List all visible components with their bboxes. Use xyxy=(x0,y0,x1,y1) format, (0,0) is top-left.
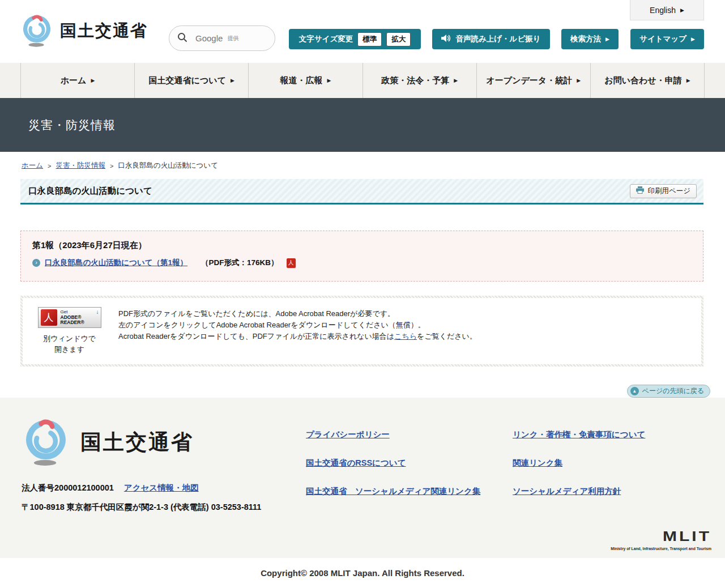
section-title: 災害・防災情報 xyxy=(28,117,116,133)
mlit-logo-icon xyxy=(20,416,71,469)
nav-item-label: お問い合わせ・申請 xyxy=(604,75,681,86)
get-adobe-reader-button[interactable]: 人 Get ADOBE® READER® ↓ xyxy=(38,307,101,328)
breadcrumb-section-link[interactable]: 災害・防災情報 xyxy=(56,161,106,171)
acrobat-notice-line1: PDF形式のファイルをご覧いただくためには、Adobe Acrobat Read… xyxy=(118,308,477,319)
badge-caption-line1: 別ウィンドウで xyxy=(34,334,105,344)
font-size-large-button[interactable]: 拡大 xyxy=(386,32,411,46)
badge-caption-line2: 開きます xyxy=(34,344,105,355)
global-nav: ホーム ▶ 国土交通省について ▶ 報道・広報 ▶ 政策・法令・予算 ▶ オープ… xyxy=(0,63,725,98)
section-banner: 災害・防災情報 xyxy=(0,98,725,152)
copyright-text: Copyright© 2008 MLIT Japan. All Rights R… xyxy=(261,568,464,578)
font-size-label: 文字サイズ変更 xyxy=(299,34,353,44)
page: 国土交通省 Google 提供 文字サイズ変更 標準 拡大 音声読み上げ・ルビ振… xyxy=(0,0,725,588)
search-provided-by-label: 提供 xyxy=(227,35,238,42)
search-icon xyxy=(177,32,187,45)
kochira-link[interactable]: こちら xyxy=(394,332,417,340)
header: 国土交通省 Google 提供 文字サイズ変更 標準 拡大 音声読み上げ・ルビ振… xyxy=(0,0,725,63)
arrow-right-icon: ▶ xyxy=(691,36,695,42)
adobe-brand-label: ADOBE® READER® xyxy=(61,315,99,326)
nav-item-home[interactable]: ホーム ▶ xyxy=(20,63,134,98)
arrow-right-icon: ▶ xyxy=(686,78,690,83)
footer-link-related[interactable]: 関連リンク集 xyxy=(513,458,702,468)
acrobat-notice-inner: 人 Get ADOBE® READER® ↓ 別ウィンドウで 開きます PDF形… xyxy=(23,298,701,364)
nav-item-opendata[interactable]: オープンデータ・統計 ▶ xyxy=(476,63,590,98)
page-title: 口永良部島の火山活動について xyxy=(28,185,152,197)
footer-address: 〒100-8918 東京都千代田区霞が関2-1-3 (代表電話) 03-5253… xyxy=(22,502,261,513)
arrow-right-icon: ▶ xyxy=(231,78,234,83)
acrobat-badge-column: 人 Get ADOBE® READER® ↓ 別ウィンドウで 開きます xyxy=(34,307,105,355)
footer-link-privacy[interactable]: プライバシーポリシー xyxy=(306,429,513,440)
nav-item-label: 国土交通省について xyxy=(149,75,226,86)
nav-item-label: オープンデータ・統計 xyxy=(486,75,572,86)
sitemap-button[interactable]: サイトマップ ▶ xyxy=(630,29,704,49)
font-size-button[interactable]: 文字サイズ変更 標準 拡大 xyxy=(289,29,421,49)
site-name: 国土交通省 xyxy=(60,20,148,42)
arrow-right-icon: ▶ xyxy=(605,36,609,42)
footer-link-rss[interactable]: 国土交通省のRSSについて xyxy=(306,458,513,468)
english-button[interactable]: English ▶ xyxy=(630,0,704,20)
page-title-bar: 口永良部島の火山活動について 印刷用ページ xyxy=(20,179,703,204)
chevron-bullet-icon: › xyxy=(32,259,40,267)
arrow-right-icon: ▶ xyxy=(327,78,331,83)
search-input[interactable]: Google 提供 xyxy=(169,25,275,51)
corporate-number: 法人番号2000012100001 xyxy=(22,483,114,493)
breadcrumb-current: 口永良部島の火山活動について xyxy=(118,161,218,171)
nav-item-about[interactable]: 国土交通省について ▶ xyxy=(134,63,248,98)
nav-item-contact[interactable]: お問い合わせ・申請 ▶ xyxy=(590,63,705,98)
breadcrumb-separator: > xyxy=(48,163,51,169)
footer-site-name: 国土交通省 xyxy=(80,428,194,457)
back-to-top-label: ページの先頭に戻る xyxy=(642,386,704,396)
report-pdf-link[interactable]: 口永良部島の火山活動について（第1報） xyxy=(45,258,187,268)
site-logo[interactable]: 国土交通省 xyxy=(19,12,148,50)
arrow-right-icon: ▶ xyxy=(577,78,581,83)
acrobat-notice-box: 人 Get ADOBE® READER® ↓ 別ウィンドウで 開きます PDF形… xyxy=(20,296,703,367)
adobe-badge-text: Get ADOBE® READER® xyxy=(61,310,99,325)
text-to-speech-button[interactable]: 音声読み上げ・ルビ振り xyxy=(432,29,550,49)
footer-link-social-links[interactable]: 国土交通省 ソーシャルメディア関連リンク集 xyxy=(306,486,513,497)
access-map-link[interactable]: アクセス情報・地図 xyxy=(124,483,199,493)
arrow-right-icon: ▶ xyxy=(91,78,95,83)
footer-logo[interactable]: 国土交通省 xyxy=(20,416,194,469)
print-page-label: 印刷用ページ xyxy=(647,186,690,196)
breadcrumb-separator: > xyxy=(110,163,113,169)
mlit-wordmark-subtitle: Ministry of Land, Infrastructure, Transp… xyxy=(611,547,711,551)
footer: 国土交通省 法人番号2000012100001 アクセス情報・地図 〒100-8… xyxy=(0,398,725,558)
report-box: 第1報（2023年6月27日現在） › 口永良部島の火山活動について（第1報） … xyxy=(20,231,703,282)
search-provider-label: Google xyxy=(195,33,223,43)
arrow-up-icon: ▲ xyxy=(630,387,639,395)
footer-link-social-policy[interactable]: ソーシャルメディア利用方針 xyxy=(513,486,702,497)
search-method-label: 検索方法 xyxy=(570,34,601,44)
report-link-row: › 口永良部島の火山活動について（第1報） （PDF形式：176KB） 人 xyxy=(32,258,692,268)
breadcrumb: ホーム > 災害・防災情報 > 口永良部島の火山活動について xyxy=(22,161,218,171)
english-label: English xyxy=(650,6,676,15)
mlit-logo-icon xyxy=(19,12,54,50)
mlit-wordmark: MLIT Ministry of Land, Infrastructure, T… xyxy=(611,528,711,551)
search-method-button[interactable]: 検索方法 ▶ xyxy=(561,29,619,49)
tts-label: 音声読み上げ・ルビ振り xyxy=(455,34,540,44)
mlit-wordmark-text: MLIT xyxy=(611,530,711,544)
footer-links: プライバシーポリシー リンク・著作権・免責事項について 国土交通省のRSSについ… xyxy=(306,429,702,497)
acrobat-notice-line3-before: Acrobat Readerをダウンロードしても、PDFファイルが正常に表示され… xyxy=(118,332,394,340)
sitemap-label: サイトマップ xyxy=(639,34,686,44)
pdf-file-icon[interactable]: 人 xyxy=(287,258,296,268)
nav-item-policy[interactable]: 政策・法令・予算 ▶ xyxy=(362,63,476,98)
speaker-icon xyxy=(441,34,451,44)
nav-item-label: ホーム xyxy=(61,75,87,86)
breadcrumb-home-link[interactable]: ホーム xyxy=(22,161,43,171)
font-size-standard-button[interactable]: 標準 xyxy=(357,32,382,46)
report-file-info: （PDF形式：176KB） xyxy=(201,258,279,268)
download-arrow-icon: ↓ xyxy=(96,309,99,315)
print-page-button[interactable]: 印刷用ページ xyxy=(630,184,697,198)
arrow-right-icon: ▶ xyxy=(454,78,458,83)
printer-icon xyxy=(636,186,644,195)
arrow-right-icon: ▶ xyxy=(680,7,684,13)
nav-item-label: 政策・法令・予算 xyxy=(381,75,449,86)
back-to-top-button[interactable]: ▲ ページの先頭に戻る xyxy=(627,385,710,398)
nav-item-press[interactable]: 報道・広報 ▶ xyxy=(248,63,362,98)
badge-caption: 別ウィンドウで 開きます xyxy=(34,334,105,355)
footer-link-copyright-policy[interactable]: リンク・著作権・免責事項について xyxy=(513,429,702,440)
report-heading: 第1報（2023年6月27日現在） xyxy=(32,240,692,251)
acrobat-notice-line3-after: をご覧ください。 xyxy=(417,332,477,340)
acrobat-notice-line2: 左のアイコンをクリックしてAdobe Acrobat Readerをダウンロード… xyxy=(118,319,477,331)
acrobat-notice-text: PDF形式のファイルをご覧いただくためには、Adobe Acrobat Read… xyxy=(118,307,477,355)
